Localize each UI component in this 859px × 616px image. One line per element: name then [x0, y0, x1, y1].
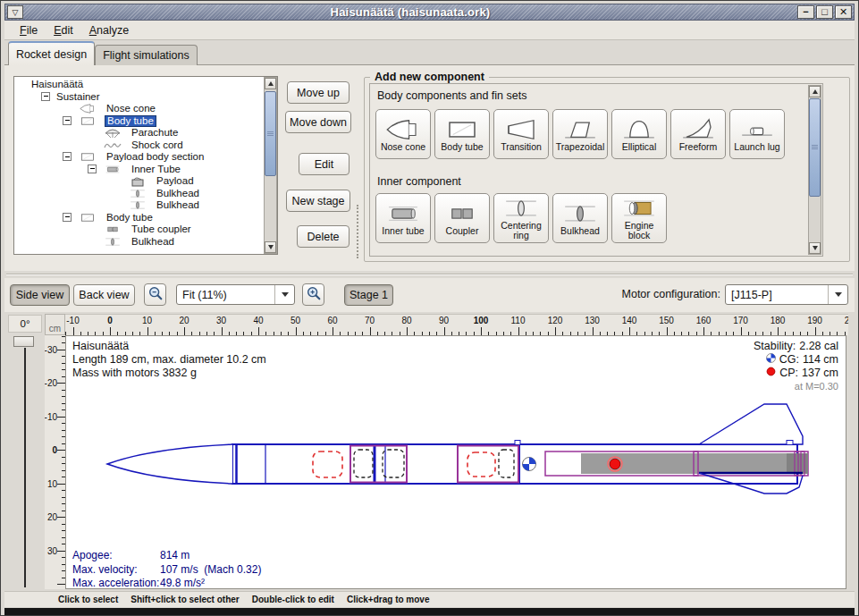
menu-analyze[interactable]: Analyze: [81, 22, 137, 38]
trapezoidal-icon: [560, 117, 600, 142]
component-button-elliptical[interactable]: Elliptical: [611, 109, 667, 159]
component-button-body-tube[interactable]: Body tube: [434, 109, 490, 159]
tree-scrollbar-thumb[interactable]: [265, 91, 276, 176]
tree-item-body-tube[interactable]: Body tube: [15, 212, 263, 224]
tree-item-tube-coupler[interactable]: Tube coupler: [15, 224, 263, 236]
component-section-label: Inner component: [377, 175, 461, 188]
scroll-down-icon[interactable]: [809, 242, 821, 254]
body-tube-icon: [78, 115, 97, 127]
scroll-up-icon[interactable]: [809, 86, 821, 97]
move-down-button[interactable]: Move down: [285, 111, 351, 133]
scroll-down-icon[interactable]: [265, 241, 276, 253]
tree-item-bulkhead[interactable]: Bulkhead: [15, 188, 263, 200]
component-button-inner-tube[interactable]: Inner tube: [375, 193, 431, 243]
ruler-label: 190: [807, 316, 822, 325]
ruler-label: -30: [45, 344, 57, 354]
flight-summary: Apogee:814 mMax. velocity:107 m/s (Mach …: [72, 549, 261, 589]
tree-item-bulkhead[interactable]: Bulkhead: [15, 199, 263, 212]
component-button-nose-cone[interactable]: Nose cone: [375, 109, 431, 159]
ruler-label: 0: [107, 316, 113, 325]
new-stage-button[interactable]: New stage: [286, 190, 350, 212]
zoom-in-button[interactable]: [302, 283, 324, 306]
tree-item-parachute[interactable]: Parachute: [15, 127, 263, 139]
ruler-tick: [57, 450, 65, 451]
tree-item-label: Parachute: [130, 127, 180, 139]
tree-item-nose-cone[interactable]: Nose cone: [15, 103, 263, 115]
edit-button[interactable]: Edit: [299, 153, 349, 175]
ruler-tick: [258, 327, 259, 335]
splitter-handle[interactable]: [357, 205, 358, 258]
tree-expander-icon[interactable]: [88, 165, 97, 173]
ruler-label: 120: [548, 316, 563, 325]
tree-item-payload-body-section[interactable]: Payload body section: [15, 151, 263, 164]
tree-item-bulkhead[interactable]: Bulkhead: [15, 236, 263, 249]
component-button-coupler[interactable]: Coupler: [434, 193, 490, 243]
component-section-label: Body components and fin sets: [377, 89, 526, 102]
motor-configuration-select[interactable]: [J115-P]: [725, 284, 848, 305]
tree-expander-icon[interactable]: [63, 152, 72, 161]
tree-expander-icon[interactable]: [41, 92, 50, 101]
menu-file[interactable]: File: [12, 22, 46, 38]
body-tube-icon: [442, 117, 482, 142]
component-scrollbar-thumb[interactable]: [809, 98, 821, 197]
rocket-canvas[interactable]: Haisunäätä Length 189 cm, max. diameter …: [65, 335, 846, 589]
rotation-slider-handle[interactable]: [13, 336, 34, 347]
zoom-select[interactable]: Fit (11%): [176, 284, 295, 305]
panel-divider: [6, 274, 853, 275]
rocket-dimensions: Length 189 cm, max. diameter 10.2 cm: [72, 353, 266, 367]
close-button[interactable]: ✕: [835, 5, 852, 19]
transition-icon: [501, 117, 541, 142]
tree-item-payload[interactable]: Payload: [15, 175, 263, 188]
menu-edit[interactable]: Edit: [46, 22, 81, 38]
tree-item-body-tube[interactable]: Body tube: [15, 115, 263, 128]
back-view-button[interactable]: Back view: [73, 284, 135, 306]
nose-cone-icon: [78, 103, 97, 114]
tree-item-sustainer[interactable]: Sustainer: [15, 91, 263, 104]
ruler-label: 80: [401, 316, 411, 325]
component-button-engine-block[interactable]: Engine block: [611, 193, 667, 243]
component-button-label: Inner tube: [382, 226, 424, 236]
cp-icon: [766, 367, 776, 380]
component-scrollbar[interactable]: [808, 85, 821, 255]
move-up-button[interactable]: Move up: [287, 81, 349, 104]
ruler-tick: [370, 327, 371, 335]
component-button-launch-lug[interactable]: Launch lug: [729, 109, 785, 159]
maximize-button[interactable]: □: [816, 5, 833, 19]
tree-expander-icon[interactable]: [63, 213, 72, 222]
zoom-out-button[interactable]: [144, 283, 166, 306]
rotation-slider-track[interactable]: [24, 348, 26, 587]
launch-lug-icon: [737, 117, 777, 142]
component-tree[interactable]: HaisunäätäSustainerNose coneBody tubePar…: [15, 79, 263, 253]
tree-item-shock-cord[interactable]: Shock cord: [15, 139, 263, 152]
coupler-icon: [103, 224, 122, 235]
component-button-label: Engine block: [613, 221, 665, 240]
component-button-label: Nose cone: [381, 142, 425, 152]
ruler-tick: [57, 383, 65, 384]
side-view-button[interactable]: Side view: [10, 284, 70, 306]
tree-item-inner-tube[interactable]: Inner Tube: [15, 164, 263, 176]
stage-1-toggle[interactable]: Stage 1: [344, 284, 393, 306]
component-button-transition[interactable]: Transition: [493, 109, 549, 159]
component-button-bulkhead[interactable]: Bulkhead: [552, 193, 608, 243]
chevron-down-icon: [274, 285, 294, 304]
tab-flight-simulations[interactable]: Flight simulations: [95, 45, 198, 65]
bulkhead-icon: [560, 201, 600, 226]
window-menu-icon[interactable]: ▽: [7, 5, 23, 19]
chevron-down-icon: [828, 285, 847, 304]
tree-expander-icon[interactable]: [63, 116, 72, 125]
ruler-tick: [444, 327, 445, 335]
component-button-trapezoidal[interactable]: Trapezoidal: [552, 109, 608, 159]
component-button-freeform[interactable]: Freeform: [670, 109, 726, 159]
tree-scrollbar[interactable]: [264, 77, 277, 254]
ruler-tick: [147, 327, 148, 335]
tree-item-haisun-t[interactable]: Haisunäätä: [15, 79, 263, 91]
delete-button[interactable]: Delete: [297, 225, 349, 248]
ruler-unit-label: cm: [45, 314, 65, 335]
flight-label: Max. velocity:: [72, 563, 160, 578]
minimize-button[interactable]: −: [797, 5, 814, 19]
scroll-up-icon[interactable]: [265, 78, 276, 89]
ruler-tick: [296, 327, 297, 335]
component-button-centering-ring[interactable]: Centering ring: [493, 193, 549, 243]
tab-rocket-design[interactable]: Rocket design: [8, 41, 95, 65]
title-bar[interactable]: ▽ Haisunäätä (haisunaata.ork) − □ ✕: [4, 4, 855, 21]
